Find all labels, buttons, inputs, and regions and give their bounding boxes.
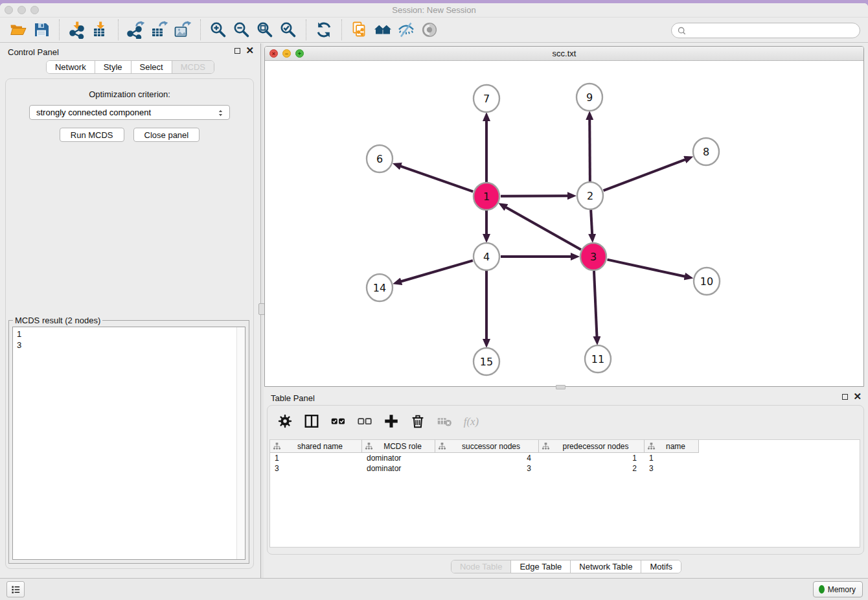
zoom-fit-button[interactable] [253, 19, 277, 40]
table-options-button[interactable] [275, 411, 295, 431]
graph-node-9[interactable]: 9 [577, 84, 602, 111]
delete-row-button[interactable] [408, 411, 428, 431]
clone-network-button[interactable] [348, 19, 371, 40]
node-table: shared nameMCDS rolesuccessor nodesprede… [269, 439, 860, 548]
close-window-button[interactable] [5, 6, 13, 14]
graph-edge-3-10[interactable] [607, 260, 685, 277]
select-all-columns-button[interactable] [328, 411, 348, 431]
toolbar-separator [118, 19, 119, 40]
task-history-button[interactable] [6, 581, 25, 597]
network-close-button[interactable]: × [269, 49, 278, 58]
table-tab-node-table[interactable]: Node Table [451, 560, 512, 573]
save-session-button[interactable] [30, 19, 53, 40]
graph-edge-1-6[interactable] [400, 166, 473, 191]
close-panel-icon[interactable]: ✕ [246, 47, 254, 54]
table-cell[interactable]: 1 [645, 454, 699, 463]
column-header-name[interactable]: name [645, 440, 699, 452]
tab-network[interactable]: Network [47, 61, 95, 73]
graph-svg[interactable]: 7968124314101511 [265, 61, 863, 386]
graph-edge-3-11[interactable] [594, 271, 597, 337]
table-cell[interactable]: dominator [362, 454, 435, 463]
column-header-mcds-role[interactable]: MCDS role [362, 440, 435, 452]
tab-style[interactable]: Style [95, 61, 131, 73]
zoom-window-button[interactable] [30, 6, 39, 14]
result-scrollbar[interactable] [236, 327, 245, 559]
control-panel-header: Control Panel ✕ [0, 43, 260, 60]
graph-node-10[interactable]: 10 [694, 268, 720, 295]
mcds-result-textarea[interactable]: 13 [12, 327, 246, 560]
float-table-panel-icon[interactable] [842, 394, 848, 400]
add-row-button[interactable] [382, 411, 401, 431]
import-table-button[interactable] [89, 19, 112, 40]
graph-node-11[interactable]: 11 [585, 345, 611, 373]
svg-text:15: 15 [480, 356, 493, 368]
import-network-button[interactable] [65, 19, 89, 40]
toolbar-separator [341, 19, 342, 40]
graph-edge-1-2[interactable] [501, 196, 568, 196]
table-cell[interactable]: 3 [435, 464, 539, 473]
table-cell[interactable]: dominator [362, 464, 435, 473]
open-session-button[interactable] [6, 19, 30, 40]
zoom-out-button[interactable] [230, 19, 253, 40]
table-row[interactable]: 3dominator323 [270, 463, 860, 474]
memory-button[interactable]: Memory [813, 581, 863, 597]
table-tab-motifs[interactable]: Motifs [641, 560, 681, 573]
svg-text:14: 14 [373, 282, 386, 294]
graph-node-4[interactable]: 4 [474, 243, 499, 270]
column-header-shared-name[interactable]: shared name [270, 440, 362, 452]
graph-edge-2-9[interactable] [589, 119, 590, 181]
table-cell[interactable]: 4 [435, 454, 539, 463]
graph-node-8[interactable]: 8 [693, 138, 719, 165]
table-cell[interactable]: 3 [270, 464, 362, 473]
network-canvas[interactable]: 7968124314101511 [265, 61, 863, 386]
table-row[interactable]: 1dominator411 [270, 453, 860, 463]
column-header-predecessor-nodes[interactable]: predecessor nodes [539, 440, 645, 452]
minimize-window-button[interactable] [17, 6, 26, 14]
export-network-button[interactable] [124, 19, 148, 40]
float-panel-icon[interactable] [234, 48, 240, 54]
show-columns-button[interactable] [302, 411, 321, 431]
search-field[interactable] [671, 23, 860, 38]
hide-selected-button[interactable] [394, 19, 418, 40]
tab-mcds[interactable]: MCDS [172, 61, 214, 73]
graph-node-6[interactable]: 6 [367, 145, 393, 172]
graph-node-7[interactable]: 7 [474, 85, 499, 112]
table-cell[interactable]: 2 [539, 464, 645, 473]
graph-edge-2-3[interactable] [591, 210, 592, 235]
graph-node-1[interactable]: 1 [474, 183, 499, 210]
unselect-all-columns-button[interactable] [355, 411, 374, 431]
refresh-layout-button[interactable] [312, 19, 336, 40]
table-tab-network-table[interactable]: Network Table [571, 560, 641, 573]
table-cell[interactable]: 1 [539, 454, 645, 463]
table-options-icon [277, 413, 293, 430]
export-image-button[interactable] [171, 19, 194, 40]
tab-select[interactable]: Select [131, 61, 172, 73]
run-mcds-button[interactable]: Run MCDS [60, 128, 124, 142]
horizontal-splitter-grip[interactable] [556, 385, 565, 389]
network-minimize-button[interactable]: − [282, 49, 291, 58]
search-input[interactable] [687, 25, 860, 36]
export-table-button[interactable] [148, 19, 171, 40]
search-icon [677, 26, 687, 36]
graph-edge-3-1[interactable] [506, 207, 581, 250]
zoom-in-button[interactable] [207, 19, 230, 40]
zoom-selected-button[interactable] [277, 19, 300, 40]
table-cell[interactable]: 3 [645, 464, 699, 473]
network-zoom-button[interactable]: + [295, 49, 304, 58]
close-panel-button[interactable]: Close panel [133, 128, 200, 142]
table-panel-title: Table Panel [271, 393, 315, 403]
table-tab-edge-table[interactable]: Edge Table [511, 560, 571, 573]
close-table-panel-icon[interactable]: ✕ [853, 393, 862, 400]
show-all-button[interactable] [418, 19, 441, 40]
graph-edge-4-14[interactable] [401, 260, 473, 281]
graph-node-14[interactable]: 14 [367, 274, 393, 301]
graph-node-2[interactable]: 2 [577, 182, 603, 209]
table-cell[interactable]: 1 [270, 454, 362, 463]
network-window-titlebar: × − + scc.txt [265, 47, 863, 61]
graph-node-3[interactable]: 3 [580, 243, 606, 270]
go-home-button[interactable] [371, 19, 394, 40]
graph-node-15[interactable]: 15 [474, 348, 499, 375]
column-header-successor-nodes[interactable]: successor nodes [435, 440, 539, 452]
graph-edge-2-8[interactable] [604, 159, 686, 190]
criterion-select[interactable]: strongly connected component [29, 105, 230, 120]
